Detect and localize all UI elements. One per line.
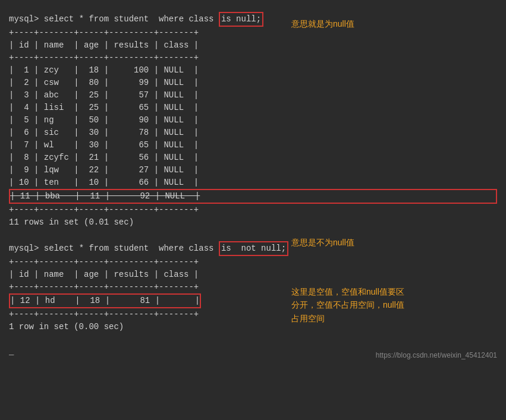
rowcount1: 11 rows in set (0.01 sec) [9, 216, 497, 229]
annotation1: 意思就是为null值 [291, 19, 354, 30]
highlighted-row: | 11 | bba | 11 | 92 | NULL | [9, 189, 497, 204]
blank2 [9, 333, 497, 346]
table-row: | 6 | sic | 30 | 78 | NULL | [9, 127, 497, 139]
sep6: +----+-------+-----+---------+-------+ [9, 308, 497, 321]
table-row: | 10 | ten | 10 | 66 | NULL | [9, 176, 497, 189]
table-row: | 1 | zcy | 18 | 100 | NULL | [9, 64, 497, 77]
table-rows1: | 1 | zcy | 18 | 100 | NULL | | 2 | csw … [9, 64, 497, 189]
table-row: | 8 | zcyfc | 21 | 56 | NULL | [9, 151, 497, 164]
prompt2: mysql> [9, 242, 39, 255]
table-row: | 5 | ng | 50 | 90 | NULL | [9, 114, 497, 127]
table-header1: | id | name | age | results | class | [9, 39, 497, 52]
query1-line: mysql> select * from student where class… [9, 12, 497, 27]
sep2: +----+-------+-----+---------+-------+ [9, 52, 497, 64]
rowcount2: 1 row in set (0.00 sec) [9, 321, 497, 333]
table-header2: | id | name | age | results | class | [9, 269, 497, 281]
sep1: +----+-------+-----+---------+-------+ [9, 27, 497, 39]
query1-boxed: is null; [219, 12, 263, 27]
table-row: | 3 | abc | 25 | 57 | NULL | [9, 89, 497, 102]
table-row: | 2 | csw | 80 | 99 | NULL | [9, 77, 497, 89]
prompt1: mysql> [9, 13, 39, 26]
query2-boxed: is not null; [219, 241, 288, 256]
table-row: | 7 | wl | 30 | 65 | NULL | [9, 139, 497, 151]
sep3: +----+-------+-----+---------+-------+ [9, 204, 497, 216]
annotation3: 这里是空值，空值和null值要区分开，空值不占用空间，null值占用空间 [291, 285, 404, 325]
blank1 [9, 229, 497, 241]
table-row: | 9 | lqw | 22 | 27 | NULL | [9, 164, 497, 176]
table-row-12: | 12 | hd | 18 | 81 | | [10, 295, 200, 307]
footer-link: https://blog.csdn.net/weixin_45412401 [376, 351, 497, 359]
table-row-11: | 11 | bba | 11 | 92 | NULL | [10, 190, 496, 203]
annotation2: 意思是不为null值 [291, 238, 354, 248]
sep5: +----+-------+-----+---------+-------+ [9, 281, 497, 293]
query2-text: select * from student where class [39, 242, 218, 255]
query2-line: mysql> select * from student where class… [9, 241, 497, 256]
highlighted-row2: | 12 | hd | 18 | 81 | | [9, 293, 201, 308]
terminal: mysql> select * from student where class… [0, 6, 506, 364]
query1-text: select * from student where class [39, 13, 218, 26]
sep4: +----+-------+-----+---------+-------+ [9, 256, 497, 269]
table-row: | 4 | lisi | 25 | 65 | NULL | [9, 102, 497, 114]
